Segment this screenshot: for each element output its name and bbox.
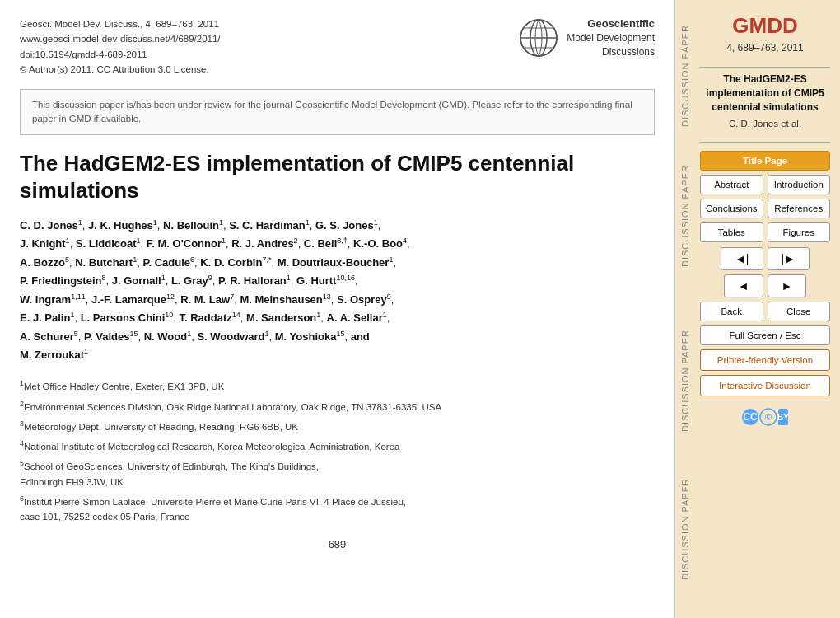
- journal-logo: Geoscientific Model Development Discussi…: [517, 16, 655, 59]
- journal-name-line2: Model Development: [567, 32, 655, 44]
- first-last-row: ◄| |►: [700, 247, 830, 270]
- sidebar-paper-title: The HadGEM2-ES implementation of CMIP5 c…: [700, 73, 830, 114]
- sidebar-authors: C. D. Jones et al.: [729, 119, 801, 129]
- affiliation-3: 3Meteorology Dept, University of Reading…: [20, 418, 655, 434]
- title-page-button[interactable]: Title Page: [700, 151, 830, 171]
- citation-block: Geosci. Model Dev. Discuss., 4, 689–763,…: [20, 16, 221, 77]
- journal-name-line3: Discussions: [602, 46, 655, 58]
- abstract-button[interactable]: Abstract: [700, 175, 763, 194]
- conclusions-button[interactable]: Conclusions: [700, 199, 763, 218]
- back-button[interactable]: Back: [700, 302, 763, 321]
- discussion-label-3: Discussion Paper: [680, 330, 690, 432]
- next-button[interactable]: ►: [768, 274, 807, 297]
- references-button[interactable]: References: [768, 199, 831, 218]
- interactive-button[interactable]: Interactive Discussion: [700, 375, 830, 396]
- svg-text:©: ©: [765, 412, 772, 422]
- affiliation-6: 6Institut Pierre-Simon Laplace, Universi…: [20, 493, 655, 525]
- discussion-label-4: Discussion Paper: [680, 478, 690, 580]
- notice-box: This discussion paper is/has been under …: [20, 89, 655, 136]
- affiliations-block: 1Met Office Hadley Centre, Exeter, EX1 3…: [20, 377, 655, 524]
- sidebar-inner: GMDD 4, 689–763, 2011 The HadGEM2-ES imp…: [693, 0, 840, 436]
- divider-1: [700, 67, 830, 68]
- affiliation-1: 1Met Office Hadley Centre, Exeter, EX1 3…: [20, 377, 655, 394]
- journal-globe-icon: [517, 16, 560, 59]
- last-button[interactable]: |►: [768, 247, 810, 270]
- printer-button[interactable]: Printer-friendly Version: [700, 349, 830, 371]
- fullscreen-button[interactable]: Full Screen / Esc: [700, 325, 830, 345]
- prev-next-row: ◄ ►: [700, 274, 830, 297]
- divider-2: [700, 142, 830, 143]
- introduction-button[interactable]: Introduction: [768, 175, 831, 194]
- header-section: Geosci. Model Dev. Discuss., 4, 689–763,…: [20, 16, 655, 77]
- cc-icon: CC © BY: [742, 408, 788, 426]
- figures-button[interactable]: Figures: [768, 222, 831, 242]
- affiliation-5: 5School of GeoSciences, University of Ed…: [20, 457, 655, 489]
- notice-text: This discussion paper is/has been under …: [32, 100, 632, 124]
- gmdd-title: GMDD: [732, 13, 797, 39]
- journal-name: Geoscientific Model Development Discussi…: [567, 16, 655, 59]
- citation-line1: Geosci. Model Dev. Discuss., 4, 689–763,…: [20, 16, 221, 31]
- authors-block: C. D. Jones1, J. K. Hughes1, N. Bellouin…: [20, 217, 655, 364]
- page-number: 689: [20, 538, 655, 550]
- svg-text:BY: BY: [777, 413, 788, 422]
- discussion-label-2: Discussion Paper: [680, 165, 690, 267]
- tables-button[interactable]: Tables: [700, 222, 763, 242]
- discussion-label-1: Discussion Paper: [680, 25, 690, 127]
- affiliation-4: 4National Institute of Meteorological Re…: [20, 438, 655, 454]
- affiliation-2: 2Environmental Sciences Division, Oak Ri…: [20, 398, 655, 414]
- svg-text:CC: CC: [743, 411, 758, 423]
- sidebar: Discussion Paper Discussion Paper Discus…: [675, 0, 840, 618]
- journal-name-line1: Geoscientific: [587, 17, 655, 30]
- main-content: Geosci. Model Dev. Discuss., 4, 689–763,…: [0, 0, 675, 618]
- citation-line2: www.geosci-model-dev-discuss.net/4/689/2…: [20, 31, 221, 46]
- close-button[interactable]: Close: [768, 302, 831, 321]
- citation-line4: © Author(s) 2011. CC Attribution 3.0 Lic…: [20, 62, 221, 77]
- gmdd-volume: 4, 689–763, 2011: [726, 42, 803, 54]
- prev-button[interactable]: ◄: [724, 274, 763, 297]
- first-button[interactable]: ◄|: [721, 247, 763, 270]
- cc-badge: CC © BY: [742, 408, 788, 426]
- nav-grid: Title Page Abstract Introduction Conclus…: [700, 151, 830, 242]
- citation-line3: doi:10.5194/gmdd-4-689-2011: [20, 47, 221, 62]
- paper-title: The HadGEM2-ES implementation of CMIP5 c…: [20, 150, 655, 204]
- back-close-row: Back Close: [700, 302, 830, 321]
